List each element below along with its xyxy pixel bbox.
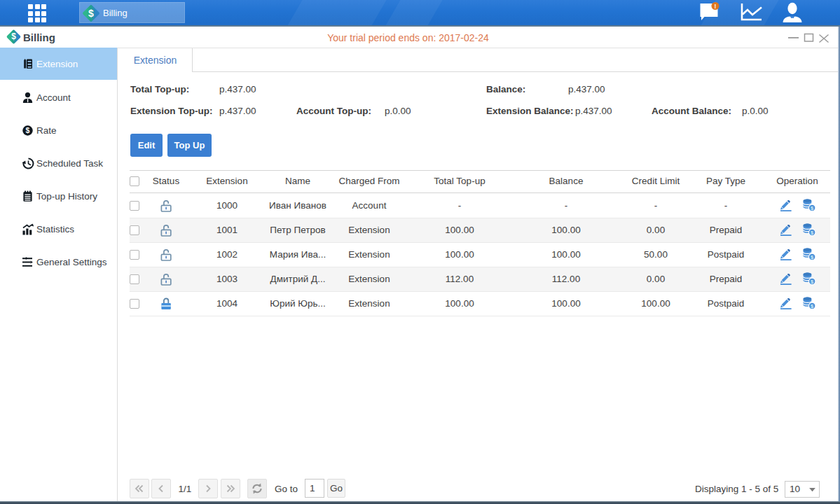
svg-text:!: ! [715,3,717,10]
svg-text:$: $ [26,126,30,134]
